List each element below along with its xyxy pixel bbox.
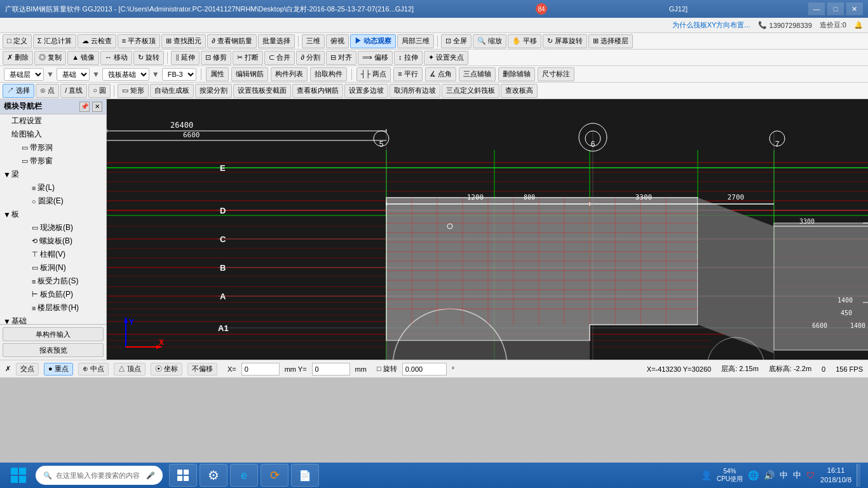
sidebar-item-12[interactable]: ≡板受力筋(S) [0, 274, 106, 288]
snap-midpoint-button[interactable]: ● 重点 [44, 363, 73, 376]
top-view-button[interactable]: 俯视 [326, 34, 349, 48]
grip-button[interactable]: ✦ 设置夹点 [424, 51, 468, 65]
start-button[interactable] [3, 464, 34, 487]
3pt-slope-button[interactable]: 三点定义斜筏板 [442, 84, 499, 98]
taskview-button[interactable] [169, 464, 197, 487]
offset-button[interactable]: ⟹ 偏移 [358, 51, 393, 65]
people-icon[interactable]: 👤 [701, 470, 712, 480]
merge-button[interactable]: ⊂ 合并 [264, 51, 295, 65]
sidebar-item-9[interactable]: ⟲螺旋板(B) [0, 234, 106, 248]
three-point-axis-button[interactable]: 三点辅轴 [459, 67, 496, 81]
view-rebar-button[interactable]: ∂ 查看钢筋量 [207, 34, 257, 48]
define-button[interactable]: □ 定义 [3, 34, 32, 48]
sidebar-close-button[interactable]: ✕ [92, 102, 102, 112]
tree-toggle-icon[interactable]: ▼ [3, 317, 11, 325]
zoom-button[interactable]: 🔍 缩放 [473, 34, 506, 48]
snap-center-button[interactable]: ⊕ 中点 [78, 363, 109, 376]
floor-select[interactable]: 基础层 [4, 68, 44, 81]
component-list-button[interactable]: 构件列表 [271, 67, 308, 81]
batch-select-button[interactable]: 批量选择 [258, 34, 295, 48]
point-angle-button[interactable]: ∡ 点角 [425, 67, 456, 81]
type-select[interactable]: 筏板基础 [102, 68, 149, 81]
snap-intersection-button[interactable]: 交点 [16, 363, 39, 376]
edit-rebar-button[interactable]: 编辑钢筋 [231, 67, 268, 81]
no-offset-button[interactable]: 不偏移 [187, 363, 217, 376]
sidebar-item-7[interactable]: ▼板 [0, 208, 106, 221]
local-3d-button[interactable]: 局部三维 [397, 34, 434, 48]
info-help[interactable]: 为什么筏板XY方向布置... [672, 20, 750, 30]
ie-button[interactable]: e [230, 464, 258, 487]
sidebar-item-8[interactable]: ▭现浇板(B) [0, 221, 106, 234]
delete-button[interactable]: ✗ 删除 [3, 51, 33, 65]
search-box[interactable]: 🔍 在这里输入你要搜索的内容 🎤 [36, 466, 163, 485]
category-select[interactable]: 基础 [57, 68, 90, 81]
3d-button[interactable]: 三维 [302, 34, 325, 48]
show-desktop-button[interactable] [857, 464, 860, 487]
ime-cn-label[interactable]: 中 [780, 470, 788, 481]
snap-vertex-button[interactable]: △ 顶点 [114, 363, 146, 376]
break-button[interactable]: ✂ 打断 [233, 51, 263, 65]
tree-toggle-icon[interactable]: ▼ [3, 170, 11, 179]
circle-tool-button[interactable]: ○ 圆 [88, 84, 111, 98]
x-input[interactable] [241, 363, 280, 376]
select-floor-button[interactable]: ⊞ 选择楼层 [588, 34, 633, 48]
tree-toggle-icon[interactable]: ▼ [3, 210, 11, 219]
line-tool-button[interactable]: / 直线 [60, 84, 87, 98]
sidebar-item-15[interactable]: ▼基础 [0, 315, 106, 324]
element-select[interactable]: FB-3 [162, 68, 196, 81]
auto-gen-button[interactable]: 自动生成板 [150, 84, 194, 98]
check-height-button[interactable]: 查改板高 [501, 84, 538, 98]
set-section-button[interactable]: 设置筏板变截面 [233, 84, 291, 98]
parallel-button[interactable]: ≡ 平行 [393, 67, 422, 81]
dynamic-view-button[interactable]: ▶ 动态观察 [350, 34, 396, 48]
copy-button[interactable]: ◎ 复制 [34, 51, 66, 65]
sidebar-item-1[interactable]: 绘图输入 [0, 128, 106, 141]
del-axis-button[interactable]: 删除辅轴 [498, 67, 535, 81]
screen-rotate-button[interactable]: ↻ 屏幕旋转 [543, 34, 587, 48]
canvas-area[interactable]: 1200 800 3300 2700 3300 26400 6600 66 [107, 99, 868, 360]
snap-coord-button[interactable]: ☉ 坐标 [151, 363, 182, 376]
find-element-button[interactable]: ⊞ 查找图元 [161, 34, 206, 48]
sidebar-item-5[interactable]: ≡梁(L) [0, 181, 106, 194]
app3-button[interactable]: 📄 [291, 464, 319, 487]
y-input[interactable] [312, 363, 350, 376]
sidebar-item-2[interactable]: ▭带形洞 [0, 141, 106, 154]
pan-button[interactable]: ✋ 平移 [508, 34, 541, 48]
stretch-button[interactable]: ↕ 拉伸 [394, 51, 423, 65]
split-beam-button[interactable]: 按梁分割 [195, 84, 232, 98]
select-tool-button[interactable]: ↗ 选择 [3, 84, 34, 98]
sidebar-item-6[interactable]: ○圆梁(E) [0, 194, 106, 208]
dim-button[interactable]: 尺寸标注 [538, 67, 574, 81]
rotate-input[interactable] [402, 363, 447, 376]
single-component-button[interactable]: 单构件输入 [3, 327, 104, 341]
property-button[interactable]: 属性 [206, 67, 229, 81]
cloud-check-button[interactable]: ☁ 云检查 [78, 34, 116, 48]
trim-button[interactable]: ⊡ 修剪 [201, 51, 231, 65]
mirror-button[interactable]: ▲ 镜像 [67, 51, 99, 65]
maximize-button[interactable]: □ [827, 3, 844, 15]
sidebar-item-0[interactable]: 工程设置 [0, 114, 106, 128]
ime-mode-label[interactable]: 中 [793, 470, 801, 481]
pickup-button[interactable]: 抬取构件 [310, 67, 347, 81]
sidebar-pin-button[interactable]: 📌 [79, 102, 90, 112]
level-top-button[interactable]: ≡ 平齐板顶 [118, 34, 160, 48]
set-slope-button[interactable]: 设置多边坡 [344, 84, 388, 98]
rect-button[interactable]: ▭ 矩形 [118, 84, 149, 98]
sidebar-item-4[interactable]: ▼梁 [0, 168, 106, 181]
sidebar-item-3[interactable]: ▭带形窗 [0, 154, 106, 168]
close-button[interactable]: ✕ [846, 3, 863, 15]
sidebar-item-13[interactable]: ⊢板负筋(P) [0, 288, 106, 301]
app1-button[interactable]: ⚙ [200, 464, 227, 487]
fullscreen-button[interactable]: ⊡ 全屏 [441, 34, 471, 48]
align-button[interactable]: ⊟ 对齐 [326, 51, 356, 65]
minimize-button[interactable]: — [808, 3, 825, 15]
move-button[interactable]: ↔ 移动 [100, 51, 132, 65]
cancel-slope-button[interactable]: 取消所有边坡 [390, 84, 440, 98]
sidebar-item-14[interactable]: ≡楼层板带(H) [0, 301, 106, 315]
extend-button[interactable]: ‖ 延伸 [171, 51, 200, 65]
sidebar-item-10[interactable]: ⊤柱帽(V) [0, 248, 106, 261]
calc-button[interactable]: Σ 汇总计算 [33, 34, 76, 48]
point-tool-button[interactable]: ⊙ 点 [36, 84, 59, 98]
split-button[interactable]: ∂ 分割 [296, 51, 325, 65]
rotate-button[interactable]: ↻ 旋转 [133, 51, 164, 65]
